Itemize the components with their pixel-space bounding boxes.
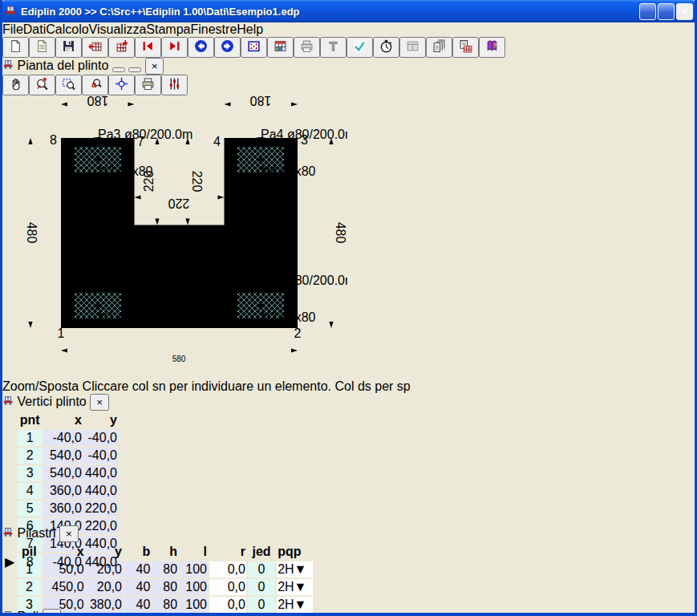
previous-button[interactable] xyxy=(188,37,214,58)
table-import-button[interactable] xyxy=(108,37,135,58)
column-header-l[interactable]: l xyxy=(180,544,208,560)
zoom-extents-button[interactable]: a xyxy=(82,75,108,95)
zoom-dynamic-button[interactable] xyxy=(29,75,55,95)
vertici-title-bar[interactable]: Vertici plinto × xyxy=(2,394,120,411)
column-header-pqp[interactable]: pqp xyxy=(277,544,313,560)
cell-y[interactable]: 220,0 xyxy=(84,500,118,517)
data-table-button[interactable] xyxy=(267,37,294,58)
copy-pages-button[interactable] xyxy=(426,37,452,58)
pilastri-title-bar[interactable]: Pilastri × xyxy=(2,525,314,542)
row-marker[interactable] xyxy=(4,579,15,595)
column-header-x[interactable]: x xyxy=(44,412,83,428)
cell-pnt[interactable]: 5 xyxy=(17,500,43,517)
cell-l[interactable]: 100 xyxy=(180,579,208,595)
cell-jed[interactable]: 0 xyxy=(248,579,275,595)
cell-pnt[interactable]: 3 xyxy=(17,465,43,481)
compute-stopwatch-button[interactable] xyxy=(373,37,399,58)
cell-pil[interactable]: 2 xyxy=(17,579,41,595)
first-record-button[interactable] xyxy=(135,37,161,58)
cell-y[interactable]: 440,0 xyxy=(84,483,118,499)
cell-r[interactable]: 0,0 xyxy=(209,561,246,578)
zoom-window-button[interactable] xyxy=(55,75,82,95)
column-header-pnt[interactable]: pnt xyxy=(17,412,43,428)
pianta-drawing-canvas[interactable]: 180 180 xyxy=(2,95,695,379)
table-export-button[interactable] xyxy=(82,37,108,58)
menu-item-file[interactable]: File xyxy=(2,22,23,36)
row-marker[interactable] xyxy=(4,500,15,517)
row-marker[interactable] xyxy=(4,448,15,464)
cell-pnt[interactable]: 2 xyxy=(17,448,43,464)
cell-y[interactable]: 380,0 xyxy=(87,597,123,613)
cell-y[interactable]: -40,0 xyxy=(84,430,118,446)
column-header-b[interactable]: b xyxy=(124,544,151,560)
last-record-button[interactable] xyxy=(161,37,188,58)
menu-item-visualizza[interactable]: Visualizza xyxy=(89,22,147,36)
print-button[interactable] xyxy=(294,37,320,58)
minimize-button[interactable] xyxy=(639,3,656,20)
menu-item-calcolo[interactable]: Calcolo xyxy=(46,22,88,36)
cell-x[interactable]: 360,0 xyxy=(44,483,83,499)
column-header-y[interactable]: y xyxy=(84,412,118,428)
cell-h[interactable]: 80 xyxy=(152,579,178,595)
row-marker[interactable] xyxy=(4,465,15,481)
pianta-maximize-button[interactable] xyxy=(128,67,141,72)
menu-item-dati[interactable]: Dati xyxy=(23,22,46,36)
print-report-button[interactable] xyxy=(452,37,479,58)
close-button[interactable]: × xyxy=(676,3,693,20)
column-header-r[interactable]: r xyxy=(209,544,246,560)
cell-b[interactable]: 40 xyxy=(124,579,151,595)
row-marker[interactable] xyxy=(4,430,15,446)
cell-jed[interactable]: 0 xyxy=(248,561,275,578)
cell-y[interactable]: 20,0 xyxy=(87,579,123,595)
cell-pqp[interactable]: 2H▼ xyxy=(277,579,313,595)
dropdown-arrow[interactable]: ▼ xyxy=(294,598,307,611)
cell-x[interactable]: 450,0 xyxy=(43,579,85,595)
cell-y[interactable]: -40,0 xyxy=(84,448,118,464)
cell-x[interactable]: -40,0 xyxy=(44,430,83,446)
pianta-close-button[interactable]: × xyxy=(145,58,164,75)
display-options-button[interactable] xyxy=(161,75,188,95)
vertici-close-button[interactable]: × xyxy=(90,394,109,411)
pilastri-close-button[interactable]: × xyxy=(59,525,79,542)
cell-h[interactable]: 80 xyxy=(152,561,178,578)
new-document-button[interactable] xyxy=(2,37,29,58)
column-header-pil[interactable]: pil xyxy=(17,544,41,560)
cell-r[interactable]: 0,0 xyxy=(209,579,246,595)
print-drawing-button[interactable] xyxy=(135,75,161,95)
center-view-button[interactable] xyxy=(108,75,135,95)
help-book-button[interactable]: ? xyxy=(479,37,505,58)
pianta-title-bar[interactable]: Pianta del plinto × xyxy=(2,58,695,75)
verify-check-button[interactable] xyxy=(346,37,373,58)
cell-b[interactable]: 40 xyxy=(124,561,151,578)
cell-y[interactable]: 440,0 xyxy=(84,465,118,481)
save-button[interactable] xyxy=(55,37,82,58)
column-header-h[interactable]: h xyxy=(152,544,178,560)
cell-y[interactable]: 220,0 xyxy=(84,518,118,534)
menu-item-finestre[interactable]: Finestre xyxy=(190,22,237,36)
pianta-minimize-button[interactable] xyxy=(112,67,125,72)
cell-pnt[interactable]: 1 xyxy=(17,430,43,446)
cell-y[interactable]: 440,0 xyxy=(84,536,118,552)
pan-hand-button[interactable] xyxy=(2,75,29,95)
row-marker[interactable]: ▶ xyxy=(4,553,15,570)
cell-l[interactable]: 100 xyxy=(180,561,208,578)
text-style-button[interactable] xyxy=(320,37,346,58)
cell-x[interactable]: 540,0 xyxy=(44,465,83,481)
dropdown-arrow[interactable]: ▼ xyxy=(294,580,307,594)
menu-item-stampa[interactable]: Stampa xyxy=(146,22,190,36)
dropdown-arrow[interactable]: ▼ xyxy=(294,562,307,576)
title-bar[interactable]: Ediplin 2000 >> C:\Src++\Ediplin 1.00\Da… xyxy=(0,0,697,22)
menu-item-help[interactable]: Help xyxy=(237,22,263,36)
maximize-button[interactable] xyxy=(658,3,675,20)
cell-pqp[interactable]: 2H▼ xyxy=(277,561,313,578)
row-marker[interactable] xyxy=(4,483,15,499)
next-button[interactable] xyxy=(214,37,241,58)
report-window-button[interactable] xyxy=(399,37,426,58)
cell-x[interactable]: 50,0 xyxy=(43,561,85,578)
cell-pnt[interactable]: 4 xyxy=(17,483,43,499)
cell-x[interactable]: 360,0 xyxy=(44,500,83,517)
cell-pil[interactable]: 1 xyxy=(17,561,41,578)
pali-close-button[interactable]: × xyxy=(43,609,62,616)
column-header-jed[interactable]: jed xyxy=(248,544,275,560)
cell-x[interactable]: 540,0 xyxy=(44,448,83,464)
